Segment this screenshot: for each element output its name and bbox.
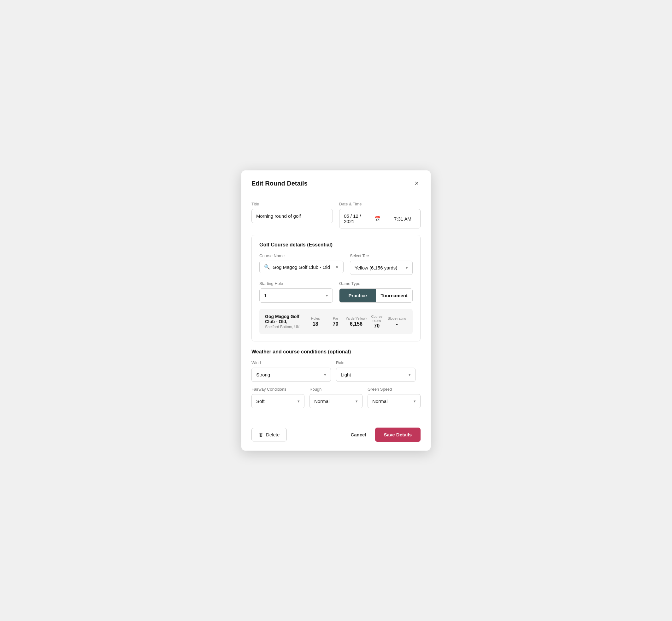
chevron-down-icon: ▾ xyxy=(297,399,300,404)
cancel-button[interactable]: Cancel xyxy=(349,429,367,441)
wind-dropdown[interactable]: Strong ▾ xyxy=(251,368,331,382)
chevron-down-icon: ▾ xyxy=(406,265,408,270)
rough-label: Rough xyxy=(309,387,363,391)
green-speed-dropdown[interactable]: Normal ▾ xyxy=(368,394,421,408)
select-tee-dropdown[interactable]: Yellow (6,156 yards) ▾ xyxy=(350,261,413,275)
golf-course-title: Golf Course details (Essential) xyxy=(259,242,413,248)
slope-rating-value: - xyxy=(387,321,407,327)
select-tee-group: Select Tee Yellow (6,156 yards) ▾ xyxy=(350,253,413,275)
search-icon: 🔍 xyxy=(264,264,270,270)
holes-label: Holes xyxy=(305,317,326,320)
save-button[interactable]: Save Details xyxy=(375,427,421,442)
select-tee-label: Select Tee xyxy=(350,253,413,258)
chevron-down-icon: ▾ xyxy=(324,372,326,377)
slope-rating-label: Slope rating xyxy=(387,317,407,320)
date-field[interactable]: 05 / 12 / 2021 📅 xyxy=(339,209,385,229)
stat-course-rating: Course rating 70 xyxy=(367,315,387,329)
modal-body: Title Date & Time 05 / 12 / 2021 📅 7:31 … xyxy=(241,194,431,421)
rough-value: Normal xyxy=(314,399,329,404)
green-speed-group: Green Speed Normal ▾ xyxy=(368,387,421,408)
chevron-down-icon: ▾ xyxy=(355,399,358,404)
starting-hole-value: 1 xyxy=(264,293,266,298)
course-name-input[interactable] xyxy=(272,264,333,270)
starting-hole-dropdown[interactable]: 1 ▾ xyxy=(259,288,333,303)
select-tee-value: Yellow (6,156 yards) xyxy=(354,265,397,271)
calendar-icon: 📅 xyxy=(374,216,380,222)
starting-hole-label: Starting Hole xyxy=(259,281,333,286)
course-rating-label: Course rating xyxy=(367,315,387,322)
rain-value: Light xyxy=(341,372,351,377)
stat-slope-rating: Slope rating - xyxy=(387,317,407,327)
date-time-row: 05 / 12 / 2021 📅 7:31 AM xyxy=(339,209,421,229)
title-label: Title xyxy=(251,202,333,206)
stat-holes: Holes 18 xyxy=(305,317,326,327)
rain-group: Rain Light ▾ xyxy=(336,360,416,382)
course-name-label: Course Name xyxy=(259,253,344,258)
wind-rain-row: Wind Strong ▾ Rain Light ▾ xyxy=(251,360,421,382)
tournament-button[interactable]: Tournament xyxy=(376,289,413,302)
fairway-rough-green-row: Fairway Conditions Soft ▾ Rough Normal ▾… xyxy=(251,387,421,408)
game-type-toggle: Practice Tournament xyxy=(339,288,413,303)
course-name-field[interactable]: 🔍 ✕ xyxy=(259,261,344,273)
yards-label: Yards(Yellow) xyxy=(346,317,367,320)
practice-button[interactable]: Practice xyxy=(339,289,376,302)
game-type-group: Game Type Practice Tournament xyxy=(339,281,413,303)
game-type-label: Game Type xyxy=(339,281,413,286)
delete-label: Delete xyxy=(266,432,280,437)
course-info-name-block: Gog Magog Golf Club - Old, Shelford Bott… xyxy=(265,314,305,329)
clear-icon[interactable]: ✕ xyxy=(335,264,339,270)
time-field[interactable]: 7:31 AM xyxy=(385,209,421,229)
course-info-bar: Gog Magog Golf Club - Old, Shelford Bott… xyxy=(259,309,413,334)
time-value: 7:31 AM xyxy=(394,216,411,221)
modal-header: Edit Round Details × xyxy=(241,170,431,194)
title-input[interactable] xyxy=(251,209,333,223)
modal-footer: 🗑 Delete Cancel Save Details xyxy=(241,421,431,451)
course-rating-value: 70 xyxy=(367,323,387,329)
hole-gametype-row: Starting Hole 1 ▾ Game Type Practice Tou… xyxy=(259,281,413,303)
datetime-label: Date & Time xyxy=(339,202,421,206)
fairway-value: Soft xyxy=(256,399,265,404)
course-name-group: Course Name 🔍 ✕ xyxy=(259,253,344,275)
modal-title: Edit Round Details xyxy=(251,180,307,187)
rain-label: Rain xyxy=(336,360,416,365)
delete-button[interactable]: 🗑 Delete xyxy=(251,428,287,442)
fairway-label: Fairway Conditions xyxy=(251,387,304,391)
title-datetime-row: Title Date & Time 05 / 12 / 2021 📅 7:31 … xyxy=(251,202,421,229)
title-group: Title xyxy=(251,202,333,229)
rough-group: Rough Normal ▾ xyxy=(309,387,363,408)
rough-dropdown[interactable]: Normal ▾ xyxy=(309,394,363,408)
date-value: 05 / 12 / 2021 xyxy=(344,213,372,224)
stat-par: Par 70 xyxy=(326,317,346,327)
green-speed-label: Green Speed xyxy=(368,387,421,391)
chevron-down-icon: ▾ xyxy=(326,293,328,298)
edit-round-modal: Edit Round Details × Title Date & Time 0… xyxy=(241,170,431,451)
wind-value: Strong xyxy=(256,372,270,377)
course-info-location: Shelford Bottom, UK xyxy=(265,325,305,329)
weather-title: Weather and course conditions (optional) xyxy=(251,349,421,355)
weather-section: Weather and course conditions (optional)… xyxy=(251,349,421,408)
fairway-group: Fairway Conditions Soft ▾ xyxy=(251,387,304,408)
holes-value: 18 xyxy=(305,321,326,327)
stat-yards: Yards(Yellow) 6,156 xyxy=(346,317,367,327)
course-info-name-main: Gog Magog Golf Club - Old, xyxy=(265,314,305,324)
datetime-group: Date & Time 05 / 12 / 2021 📅 7:31 AM xyxy=(339,202,421,229)
wind-label: Wind xyxy=(251,360,331,365)
chevron-down-icon: ▾ xyxy=(414,399,416,404)
chevron-down-icon: ▾ xyxy=(409,372,411,377)
wind-group: Wind Strong ▾ xyxy=(251,360,331,382)
rain-dropdown[interactable]: Light ▾ xyxy=(336,368,416,382)
par-value: 70 xyxy=(326,321,346,327)
yards-value: 6,156 xyxy=(346,321,367,327)
golf-course-section: Golf Course details (Essential) Course N… xyxy=(251,235,421,341)
starting-hole-group: Starting Hole 1 ▾ xyxy=(259,281,333,303)
par-label: Par xyxy=(326,317,346,320)
trash-icon: 🗑 xyxy=(259,432,263,437)
footer-right: Cancel Save Details xyxy=(349,427,421,442)
fairway-dropdown[interactable]: Soft ▾ xyxy=(251,394,304,408)
close-button[interactable]: × xyxy=(413,179,421,188)
course-tee-row: Course Name 🔍 ✕ Select Tee Yellow (6,156… xyxy=(259,253,413,275)
green-speed-value: Normal xyxy=(372,399,387,404)
